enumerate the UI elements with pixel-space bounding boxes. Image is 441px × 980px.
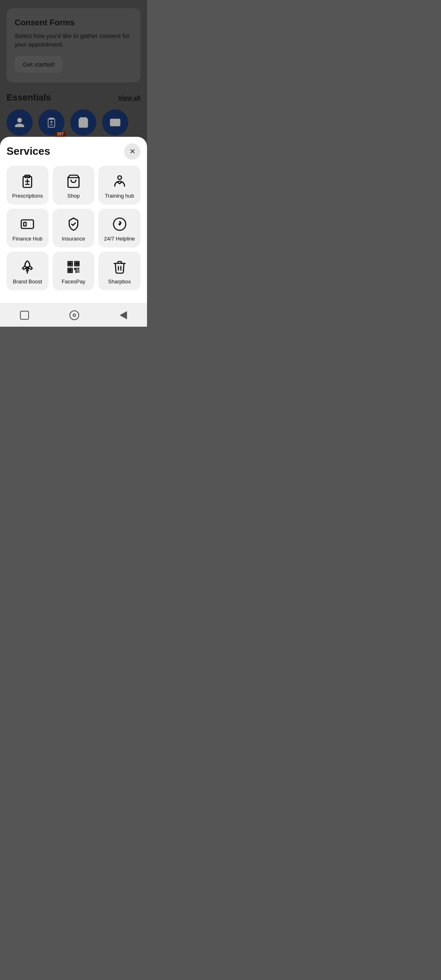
- home-icon-inner: [73, 314, 76, 317]
- back-icon: [120, 311, 127, 319]
- svg-rect-28: [69, 270, 71, 272]
- service-item-sharpbox[interactable]: Sharpbox: [98, 252, 140, 290]
- service-item-helpline[interactable]: 24/7 Helpline: [98, 209, 140, 247]
- svg-rect-26: [76, 263, 78, 265]
- back-button[interactable]: [111, 309, 135, 322]
- modal-title: Services: [7, 145, 140, 158]
- service-label-facespay: FacesPay: [62, 278, 85, 285]
- page-wrapper: Consent Forms Select how you'd like to g…: [0, 0, 147, 327]
- services-modal: ✕ Services Prescriptions: [0, 137, 147, 303]
- service-item-insurance[interactable]: Insurance: [53, 209, 95, 247]
- svg-rect-24: [69, 263, 71, 265]
- service-trash-icon: [112, 260, 127, 274]
- service-item-shop[interactable]: Shop: [53, 166, 95, 205]
- home-button[interactable]: [61, 308, 87, 323]
- svg-rect-16: [24, 223, 26, 226]
- bottom-navigation: [0, 303, 147, 327]
- recent-apps-icon: [20, 311, 29, 320]
- service-prescription-icon: [20, 174, 35, 189]
- services-grid: Prescriptions Shop: [7, 166, 140, 290]
- svg-point-14: [118, 176, 121, 180]
- service-label-prescriptions: Prescriptions: [12, 193, 43, 199]
- service-label-helpline: 24/7 Helpline: [104, 236, 135, 242]
- service-label-sharpbox: Sharpbox: [108, 278, 131, 285]
- service-label-training: Training hub: [105, 193, 134, 199]
- modal-close-button[interactable]: ✕: [124, 143, 140, 160]
- modal-overlay: ✕ Services Prescriptions: [0, 0, 147, 303]
- content-area: Consent Forms Select how you'd like to g…: [0, 0, 147, 303]
- service-shop-icon: [66, 174, 81, 189]
- service-item-training[interactable]: Training hub: [98, 166, 140, 205]
- service-insurance-icon: [66, 217, 81, 232]
- service-qrcode-icon: [66, 260, 81, 274]
- recent-apps-button[interactable]: [12, 308, 37, 322]
- service-label-insurance: Insurance: [62, 236, 85, 242]
- service-item-prescriptions[interactable]: Prescriptions: [7, 166, 49, 205]
- service-item-brand-boost[interactable]: Brand Boost: [7, 252, 49, 290]
- service-item-finance[interactable]: Finance Hub: [7, 209, 49, 247]
- service-label-finance: Finance Hub: [12, 236, 42, 242]
- service-item-facespay[interactable]: FacesPay: [53, 252, 95, 290]
- service-helpline-icon: [112, 217, 127, 232]
- service-label-shop: Shop: [67, 193, 80, 199]
- service-rocket-icon: [20, 260, 35, 274]
- service-finance-icon: [20, 217, 35, 232]
- home-icon: [69, 310, 79, 320]
- service-training-icon: [112, 174, 127, 189]
- svg-rect-15: [21, 220, 33, 229]
- service-label-brand-boost: Brand Boost: [13, 278, 42, 285]
